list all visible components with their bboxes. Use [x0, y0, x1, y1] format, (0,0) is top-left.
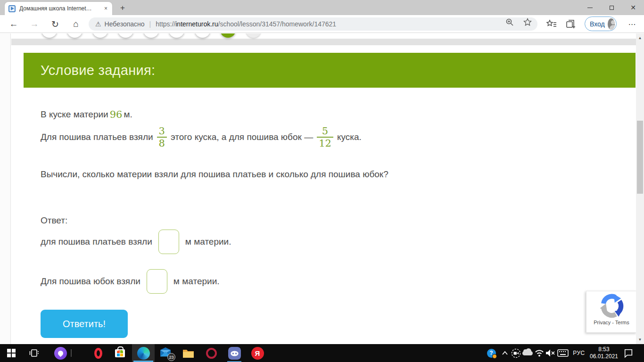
mail-icon: 23 [159, 347, 172, 359]
forward-button[interactable]: → [26, 15, 42, 33]
meet-now-icon [511, 348, 521, 358]
alice-assistant-button[interactable] [49, 344, 72, 362]
tab-close-icon[interactable]: × [103, 5, 108, 12]
opera-gx-button[interactable] [200, 344, 223, 362]
screen: Домашняя школа InternetUrok. × + ✕ ← → ↻… [0, 0, 644, 362]
collections-icon[interactable] [565, 18, 576, 30]
answer-input-dresses[interactable] [158, 230, 179, 254]
insecure-warning-icon: ⚠ [95, 20, 101, 28]
zoom-icon[interactable] [505, 18, 514, 26]
yandex-icon: Я [251, 347, 264, 360]
browser-menu-button[interactable]: ⋯ [626, 18, 638, 30]
opera-gx-icon [206, 348, 217, 359]
edge-button[interactable] [132, 344, 155, 362]
home-button[interactable]: ⌂ [68, 15, 84, 33]
onedrive-cloud-icon [522, 351, 533, 355]
answer-input-skirts[interactable] [147, 269, 167, 294]
window-close-button[interactable]: ✕ [622, 0, 644, 15]
tray-language-button[interactable]: РУС [570, 344, 588, 362]
tray-volume-button[interactable] [544, 344, 556, 362]
minimize-icon [587, 8, 593, 8]
address-bar[interactable]: ⚠ Небезопасно | https://interneturok.ru/… [89, 17, 537, 31]
tray-show-hidden-icons[interactable] [500, 344, 510, 362]
alice-icon [54, 347, 67, 360]
progress-circle[interactable] [169, 33, 184, 38]
tray-touch-keyboard-button[interactable] [556, 344, 570, 362]
progress-circle[interactable] [92, 33, 108, 38]
language-indicator: РУС [573, 350, 585, 356]
new-tab-button[interactable]: + [117, 2, 128, 14]
favorites-hub-icon[interactable] [546, 18, 557, 30]
clock: 8:53 06.01.2021 [590, 346, 618, 360]
answer-row2-prefix: Для пошива юбок взяли [41, 276, 140, 287]
progress-circle-active[interactable] [220, 33, 236, 38]
restore-icon [610, 6, 614, 10]
security-label[interactable]: Небезопасно [105, 20, 145, 28]
scrollbar-thumb[interactable] [637, 121, 643, 194]
url-divider: | [149, 20, 151, 28]
browser-tab[interactable]: Домашняя школа InternetUrok. × [5, 2, 112, 15]
start-button[interactable] [0, 344, 23, 362]
submit-answer-button[interactable]: Ответить! [41, 310, 128, 338]
url-host: interneturok.ru [175, 20, 218, 28]
tray-clock-button[interactable]: 8:53 06.01.2021 [588, 344, 619, 362]
progress-circle[interactable] [118, 33, 133, 38]
progress-circle[interactable] [67, 33, 83, 38]
progress-circle[interactable] [195, 33, 210, 38]
page-viewport: Условие задания: В куске материи 96 м. Д… [0, 33, 636, 344]
microsoft-store-button[interactable] [108, 344, 131, 362]
page-scrollbar[interactable]: ▲ ▼ [636, 33, 644, 344]
signin-button[interactable]: Вход [585, 16, 617, 31]
task-line2-part2: этого куска, а для пошива юбок — [171, 132, 313, 142]
answer-row-2: Для пошива юбок взяли м материи. [41, 268, 220, 295]
chevron-up-icon [502, 350, 508, 356]
task-line-2: Для пошива платьев взяли 3 8 этого куска… [41, 119, 362, 155]
fraction-3-8: 3 8 [157, 126, 167, 148]
browser-toolbar: ← → ↻ ⌂ ⚠ Небезопасно | https://internet… [0, 15, 644, 33]
progress-circle[interactable] [246, 33, 261, 38]
progress-circle[interactable] [41, 33, 57, 38]
window-minimize-button[interactable] [579, 0, 601, 15]
answer-row1-suffix: м материи. [185, 237, 231, 247]
recaptcha-logo-icon [599, 293, 624, 319]
add-favorite-star-icon[interactable] [523, 18, 532, 26]
task-view-button[interactable] [23, 344, 45, 362]
taskbar-divider [71, 349, 72, 357]
recaptcha-badge[interactable]: Privacy - Terms [586, 291, 636, 333]
file-explorer-button[interactable] [177, 344, 199, 362]
task-header-title: Условие задания: [41, 63, 155, 78]
tray-meet-now-button[interactable] [510, 344, 521, 362]
yandex-browser-button[interactable]: Я [246, 344, 269, 362]
tray-onedrive-button[interactable] [521, 344, 534, 362]
discord-icon [228, 347, 241, 360]
task-line2-part1: Для пошива платьев взяли [41, 132, 153, 142]
tray-help-button[interactable]: ? [485, 344, 498, 362]
muted-speaker-icon [545, 349, 555, 357]
fraction-denominator: 8 [157, 137, 167, 149]
back-button[interactable]: ← [6, 15, 22, 33]
mail-unread-badge: 23 [167, 353, 175, 361]
opera-button[interactable] [87, 344, 109, 362]
recaptcha-privacy-terms[interactable]: Privacy - Terms [594, 320, 629, 325]
store-icon [115, 349, 125, 357]
discord-button[interactable] [223, 344, 246, 362]
scroll-up-icon[interactable]: ▲ [636, 36, 644, 40]
answer-row-1: для пошива платьев взяли м материи. [41, 228, 231, 255]
tray-network-button[interactable] [534, 344, 545, 362]
edge-icon [137, 347, 150, 360]
reload-button[interactable]: ↻ [47, 15, 63, 33]
fraction-denominator: 12 [317, 137, 333, 149]
answer-row1-prefix: для пошива платьев взяли [41, 237, 152, 247]
windows-logo-icon [7, 349, 16, 357]
mail-button[interactable]: 23 [154, 344, 177, 362]
tray-action-center-button[interactable] [621, 344, 636, 362]
window-restore-button[interactable] [601, 0, 622, 15]
progress-circle[interactable] [143, 33, 159, 38]
fraction-numerator: 3 [157, 126, 167, 137]
tab-title: Домашняя школа InternetUrok. [19, 5, 95, 12]
window-controls: ✕ [579, 0, 644, 15]
task-question: Вычисли, сколько материи взяли для пошив… [41, 169, 388, 180]
scroll-down-icon[interactable]: ▼ [636, 337, 644, 342]
answer-row2-suffix: м материи. [173, 276, 220, 287]
task-line2-part3: куска. [337, 132, 362, 142]
